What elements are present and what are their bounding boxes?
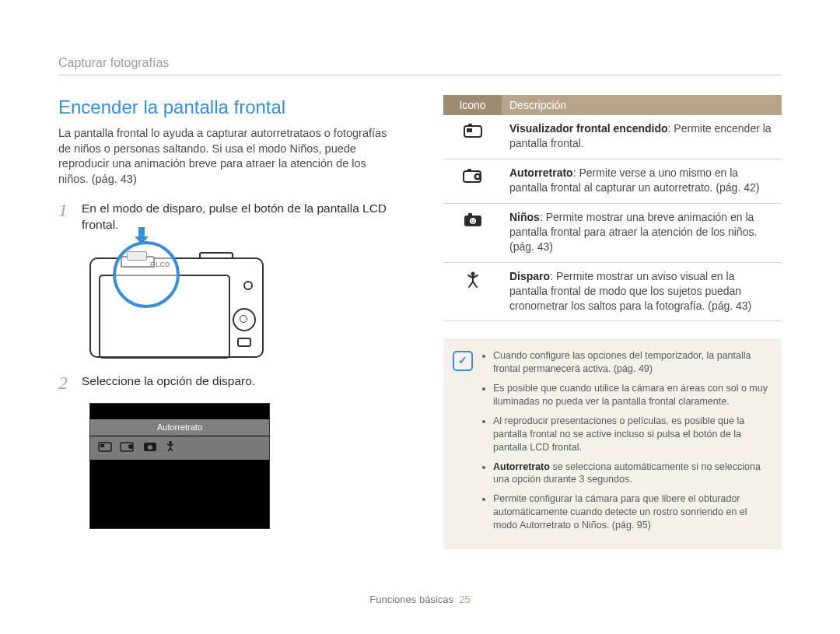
mode-icon-strip: [90, 436, 269, 460]
table-row: Niños: Permite mostrar una breve animaci…: [443, 204, 782, 263]
camera-illustration: F.LCD: [89, 249, 397, 358]
svg-rect-8: [468, 124, 472, 127]
page-title: Encender la pantalla frontal: [58, 95, 397, 120]
table-cell-desc: Autorretrato: Permite verse a uno mismo …: [502, 159, 782, 204]
step-number: 2: [58, 373, 72, 392]
note-item: Permite configurar la cámara para que li…: [493, 492, 768, 532]
children-icon: [443, 204, 502, 263]
step-2: 2 Seleccione la opción de disparo.: [58, 373, 397, 392]
table-header-icon: Icono: [443, 95, 502, 116]
callout-circle: [113, 241, 180, 308]
front-display-on-icon: [443, 115, 502, 159]
svg-rect-15: [468, 213, 472, 216]
page-number: 25: [459, 594, 470, 605]
front-display-on-icon: [98, 441, 112, 456]
svg-point-13: [476, 175, 479, 178]
svg-point-17: [471, 219, 472, 221]
note-item: Cuando configure las opciones del tempor…: [493, 349, 768, 376]
note-icon: ✓: [453, 351, 473, 371]
svg-point-18: [473, 219, 474, 221]
table-cell-desc: Visualizador frontal encendido: Permite …: [502, 115, 782, 159]
jump-shot-icon: [443, 262, 502, 321]
svg-point-6: [169, 441, 172, 444]
table-cell-desc: Niños: Permite mostrar una breve animaci…: [502, 204, 782, 263]
step-text: Seleccione la opción de disparo.: [82, 373, 255, 392]
mode-title-bar: Autorretrato: [90, 419, 269, 436]
svg-point-16: [470, 218, 476, 224]
intro-text: La pantalla frontal lo ayuda a capturar …: [58, 126, 397, 187]
svg-rect-1: [100, 444, 104, 447]
page-footer: Funciones básicas 25: [0, 593, 840, 607]
note-item: Es posible que cuando utilice la cámara …: [493, 382, 768, 408]
table-row: Autorretrato: Permite verse a uno mismo …: [443, 159, 782, 204]
camera-wide-button: [237, 338, 251, 347]
step-text: En el modo de disparo, pulse el botón de…: [82, 201, 397, 233]
svg-rect-9: [467, 128, 472, 132]
breadcrumb: Capturar fotografías: [58, 54, 782, 75]
camera-small-button: [243, 281, 253, 290]
svg-rect-11: [467, 169, 471, 172]
table-cell-desc: Disparo: Permite mostrar un aviso visual…: [502, 262, 782, 321]
callout-arrow-icon: [136, 227, 147, 244]
footer-section: Funciones básicas: [369, 594, 453, 605]
note-item: Al reproducir presentaciones o películas…: [493, 415, 768, 454]
mode-screen-illustration: Autorretrato: [89, 403, 270, 529]
notes-box: ✓ Cuando configure las opciones del temp…: [443, 338, 782, 549]
step-number: 1: [58, 201, 72, 233]
camera-dpad: [233, 308, 256, 331]
svg-point-5: [148, 445, 152, 450]
table-row: Disparo: Permite mostrar un aviso visual…: [443, 262, 782, 321]
step-1: 1 En el modo de disparo, pulse el botón …: [58, 201, 397, 233]
note-item: Autorretrato se selecciona automáticamen…: [493, 461, 768, 487]
description-table: Icono Descripción Visualizador frontal e…: [443, 95, 782, 322]
children-icon: [143, 440, 157, 457]
svg-point-3: [128, 444, 133, 449]
self-portrait-icon: [443, 159, 502, 204]
jump-shot-icon: [165, 440, 176, 457]
table-row: Visualizador frontal encendido: Permite …: [443, 115, 782, 159]
table-header-desc: Descripción: [502, 95, 782, 116]
self-portrait-icon: [120, 440, 135, 457]
